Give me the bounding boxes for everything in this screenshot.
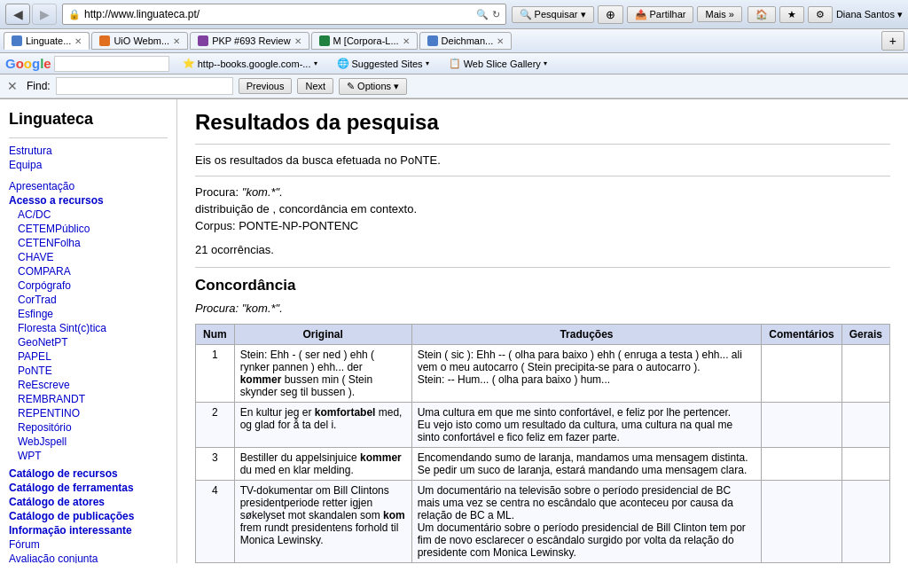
partilhar-icon: 📤 bbox=[635, 9, 647, 20]
sidebar-link-catalogo-publicacoes[interactable]: Catálogo de publicações bbox=[0, 509, 176, 523]
row-comments-1 bbox=[762, 345, 841, 403]
tab-close-linguateca[interactable]: ✕ bbox=[74, 36, 82, 46]
row-traducoes-2: Uma cultura em que me sinto confortável,… bbox=[411, 403, 762, 448]
suggested-sites-icon: 🌐 bbox=[337, 58, 349, 69]
row-comments-4 bbox=[762, 481, 841, 563]
lock-icon: 🔒 bbox=[68, 9, 81, 20]
options-button[interactable]: ✎ Options ▾ bbox=[339, 78, 407, 95]
table-row: 4 TV-dokumentar om Bill Clintons preside… bbox=[196, 481, 890, 563]
bookmarks-google-btn[interactable]: ⭐ http--books.google.com-... ▾ bbox=[176, 55, 324, 72]
sidebar-item-floresta: Floresta Sint(c)tica bbox=[0, 321, 176, 335]
intro-text: Eis os resultados da busca efetuada no P… bbox=[195, 153, 890, 167]
tab-linguateca[interactable]: Linguate... ✕ bbox=[4, 32, 90, 50]
col-num: Num bbox=[196, 325, 235, 345]
slice-icon: 📋 bbox=[449, 58, 461, 69]
sidebar-link-apresentacao[interactable]: Apresentação bbox=[0, 179, 176, 193]
row-original-4: TV-dokumentar om Bill Clintons president… bbox=[234, 481, 411, 563]
sidebar-link-equipa[interactable]: Equipa bbox=[0, 158, 176, 172]
row-num-3: 3 bbox=[196, 448, 235, 481]
col-traducoes: Traduções bbox=[411, 325, 762, 345]
sidebar-item-rembrandt: REMBRANDT bbox=[0, 392, 176, 406]
sidebar-link-catalogo-ferramentas[interactable]: Catálogo de ferramentas bbox=[0, 481, 176, 495]
page-title: Resultados da pesquisa bbox=[195, 110, 890, 135]
sidebar-item-ponte: PoNTE bbox=[0, 364, 176, 378]
search-label: Procura: bbox=[195, 185, 239, 199]
sidebar-item-geonetpt: GeoNetPT bbox=[0, 335, 176, 349]
sidebar-item-esfinge: Esfinge bbox=[0, 307, 176, 321]
next-button[interactable]: Next bbox=[297, 78, 333, 94]
settings-button[interactable]: ⚙ bbox=[808, 6, 833, 23]
chevron-down-icon: ▾ bbox=[581, 9, 586, 20]
back-button[interactable]: ◀ bbox=[5, 4, 30, 25]
google-search-input[interactable] bbox=[54, 56, 169, 72]
suggested-sites-btn[interactable]: 🌐 Suggested Sites ▾ bbox=[331, 55, 435, 72]
find-input[interactable] bbox=[56, 77, 233, 95]
concordance-query: Procura: "kom.*". bbox=[195, 302, 890, 315]
tab-label-deichman: Deichman... bbox=[442, 35, 494, 46]
sidebar-link-catalogo-recursos[interactable]: Catálogo de recursos bbox=[0, 466, 176, 481]
action-bar: Google ⭐ http--books.google.com-... ▾ 🌐 … bbox=[0, 53, 908, 74]
sidebar-link-avaliacao[interactable]: Avaliação conjunta bbox=[0, 552, 176, 563]
row-traducoes-1: Stein ( sic ): Ehh -- ( olha para baixo … bbox=[411, 345, 762, 403]
partilhar-button[interactable]: 📤 http--books.google.com-... Partilhar bbox=[627, 6, 694, 23]
chevron-down-icon4: ▾ bbox=[394, 81, 399, 92]
highlight-4: kom bbox=[383, 509, 405, 521]
content-divider-2 bbox=[195, 176, 890, 176]
sidebar-item-chave: CHAVE bbox=[0, 250, 176, 264]
pesquisar-icon: 🔍 bbox=[520, 9, 532, 20]
previous-button[interactable]: Previous bbox=[239, 78, 293, 94]
sidebar-item-corpografo: Corpógrafo bbox=[0, 278, 176, 293]
sidebar-item-repentino: REPENTINO bbox=[0, 406, 176, 420]
favorites-button[interactable]: ★ bbox=[779, 6, 804, 23]
sidebar-item-cortrad: CorTrad bbox=[0, 293, 176, 307]
refresh-icon[interactable]: ↻ bbox=[492, 9, 500, 20]
forward-button[interactable]: ▶ bbox=[32, 4, 57, 25]
occurrences-text: 21 ocorrências. bbox=[195, 243, 890, 256]
col-gerais: Gerais bbox=[841, 325, 889, 345]
tab-pkp[interactable]: PKP #693 Review ✕ bbox=[190, 32, 309, 50]
row-gerais-2 bbox=[841, 403, 889, 448]
tab-close-pkp[interactable]: ✕ bbox=[294, 36, 301, 46]
new-tab-button[interactable]: + bbox=[881, 31, 904, 51]
sidebar-link-acesso[interactable]: Acesso a recursos bbox=[0, 193, 176, 208]
find-close-btn[interactable]: ✕ bbox=[7, 79, 18, 93]
content-area: Resultados da pesquisa Eis os resultados… bbox=[177, 99, 908, 563]
tab-uio[interactable]: UiO Webm... ✕ bbox=[91, 32, 188, 50]
sidebar-title: Linguateca bbox=[0, 106, 176, 136]
web-slice-gallery-btn[interactable]: 📋 Web Slice Gallery ▾ bbox=[442, 55, 553, 72]
address-bar[interactable]: 🔒 🔍 ↻ bbox=[62, 4, 506, 25]
address-input[interactable] bbox=[84, 8, 476, 20]
sidebar-link-catalogo-atores[interactable]: Catálogo de atores bbox=[0, 495, 176, 509]
content-divider-1 bbox=[195, 144, 890, 145]
sidebar-item-papel: PAPEL bbox=[0, 349, 176, 364]
tab-favicon-corpora bbox=[319, 35, 330, 46]
tab-close-corpora[interactable]: ✕ bbox=[403, 36, 410, 46]
sidebar-item-cetem: CETEMPúblico bbox=[0, 222, 176, 236]
chevron-down-icon2: ▾ bbox=[426, 59, 429, 67]
sidebar-item-repositorio: Repositório bbox=[0, 420, 176, 435]
sidebar-item-cetenfolha: CETENFolha bbox=[0, 236, 176, 250]
tab-label-uio: UiO Webm... bbox=[114, 35, 169, 46]
tab-deichman[interactable]: Deichman... ✕ bbox=[419, 32, 513, 50]
row-num-1: 1 bbox=[196, 345, 235, 403]
row-gerais-4 bbox=[841, 481, 889, 563]
pesquisar-button[interactable]: 🔍 Pesquisar ▾ bbox=[512, 6, 594, 23]
sidebar-divider-top bbox=[9, 137, 168, 138]
sidebar-link-informacao[interactable]: Informação interessante bbox=[0, 523, 176, 537]
row-traducoes-3: Encomendando sumo de laranja, mandamos u… bbox=[411, 448, 762, 481]
tab-close-uio[interactable]: ✕ bbox=[173, 36, 180, 46]
tab-close-deichman[interactable]: ✕ bbox=[497, 36, 504, 46]
plus-button[interactable]: ⊕ bbox=[598, 5, 623, 24]
home-button[interactable]: 🏠 bbox=[748, 6, 776, 23]
sidebar-link-estrutura[interactable]: Estrutura bbox=[0, 144, 176, 158]
sidebar-link-forum[interactable]: Fórum bbox=[0, 537, 176, 552]
tab-favicon-pkp bbox=[198, 35, 208, 46]
row-traducoes-4: Um documentário na televisão sobre o per… bbox=[411, 481, 762, 563]
row-original-2: En kultur jeg er komfortabel med, og gla… bbox=[234, 403, 411, 448]
mais-button[interactable]: Mais » bbox=[697, 6, 741, 22]
tab-corpora[interactable]: M [Corpora-L... ✕ bbox=[311, 32, 418, 50]
row-num-4: 4 bbox=[196, 481, 235, 563]
row-comments-2 bbox=[762, 403, 841, 448]
find-bar: ✕ Find: Previous Next ✎ Options ▾ bbox=[0, 74, 908, 98]
sidebar-item-webjspell: WebJspell bbox=[0, 435, 176, 449]
